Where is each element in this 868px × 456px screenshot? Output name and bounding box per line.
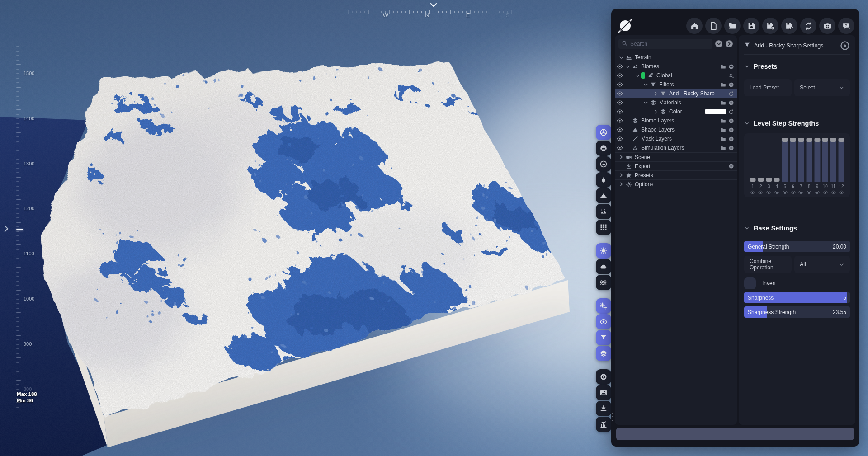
tree-row-options[interactable]: Options bbox=[615, 179, 737, 188]
folder-button[interactable] bbox=[720, 127, 726, 133]
level-step-bar-12[interactable] bbox=[837, 138, 845, 182]
refresh-button[interactable] bbox=[728, 91, 734, 97]
bar-visibility-eye-icon[interactable] bbox=[797, 190, 805, 195]
tree-row-materials[interactable]: Materials bbox=[615, 98, 737, 107]
cloud-tool-button[interactable] bbox=[596, 259, 611, 274]
chevron-down-icon[interactable] bbox=[643, 82, 649, 88]
chevron-right-icon[interactable] bbox=[653, 91, 659, 97]
plus-button[interactable] bbox=[728, 127, 734, 133]
sharpness-strength-slider[interactable]: Sharpness Strength 23.55 bbox=[744, 306, 850, 318]
general-strength-slider[interactable]: General Strength 20.00 bbox=[744, 241, 850, 252]
new-file-button[interactable] bbox=[705, 18, 722, 34]
plus-button[interactable] bbox=[728, 136, 734, 142]
gears-tool-button[interactable] bbox=[596, 298, 611, 314]
funnel-tool-button[interactable] bbox=[596, 330, 611, 345]
tree-row-mask-layers[interactable]: Mask Layers bbox=[615, 134, 737, 143]
color-swatch[interactable] bbox=[641, 72, 645, 79]
bar-visibility-eye-icon[interactable] bbox=[805, 190, 813, 195]
compass-bar[interactable]: WNES bbox=[348, 1, 512, 21]
plus-button[interactable] bbox=[728, 100, 734, 106]
save-edit-button[interactable] bbox=[781, 18, 797, 34]
status-bar[interactable] bbox=[616, 428, 854, 440]
expand-all-button[interactable] bbox=[725, 40, 733, 48]
chevron-right-icon[interactable] bbox=[618, 154, 625, 160]
tree-row-shape-layers[interactable]: Shape Layers bbox=[615, 125, 737, 134]
folder-button[interactable] bbox=[720, 100, 726, 106]
image-tool-button[interactable] bbox=[596, 385, 611, 400]
folder-button[interactable] bbox=[720, 145, 726, 151]
tree-row-biome-layers[interactable]: Biome Layers bbox=[615, 116, 737, 125]
level-step-bar-9[interactable] bbox=[813, 138, 821, 182]
visibility-eye-icon[interactable] bbox=[617, 72, 624, 79]
tree-row-export[interactable]: Export bbox=[615, 161, 737, 170]
visibility-eye-icon[interactable] bbox=[617, 145, 624, 151]
save-as-button[interactable] bbox=[762, 18, 778, 34]
level-step-bar-3[interactable] bbox=[765, 138, 773, 182]
chevron-down-icon[interactable] bbox=[643, 100, 649, 106]
level-step-bar-2[interactable] bbox=[757, 138, 765, 182]
layers-tool-button[interactable] bbox=[596, 346, 611, 361]
visibility-eye-icon[interactable] bbox=[617, 90, 624, 97]
bar-visibility-eye-icon[interactable] bbox=[749, 190, 757, 195]
sharpness-slider[interactable]: Sharpness 5 bbox=[744, 292, 850, 303]
chevron-down-icon[interactable] bbox=[625, 64, 631, 70]
tree-row-terrain[interactable]: Terrain bbox=[615, 53, 737, 62]
chevron-down-icon[interactable] bbox=[618, 55, 625, 61]
record-tool-button[interactable] bbox=[596, 369, 611, 385]
bar-visibility-eye-icon[interactable] bbox=[821, 190, 829, 195]
visibility-eye-icon[interactable] bbox=[617, 136, 624, 142]
level-step-bar-5[interactable] bbox=[781, 138, 789, 182]
open-project-button[interactable] bbox=[724, 18, 741, 34]
section-level-step[interactable]: Level Step Strengths bbox=[744, 119, 850, 128]
rocks-tool-button[interactable] bbox=[596, 204, 611, 219]
elevation-ruler[interactable]: 150014001300120011001000900800 bbox=[16, 42, 66, 417]
chevron-down-icon[interactable] bbox=[635, 73, 641, 79]
level-step-bar-6[interactable] bbox=[789, 138, 797, 182]
grid-tool-button[interactable] bbox=[596, 220, 611, 235]
visibility-eye-icon[interactable] bbox=[617, 99, 624, 106]
screenshot-button[interactable] bbox=[819, 18, 835, 34]
search-input-wrap[interactable] bbox=[618, 39, 712, 49]
bar-visibility-eye-icon[interactable] bbox=[837, 190, 845, 195]
download-tool-button[interactable] bbox=[596, 401, 611, 416]
level-step-bar-11[interactable] bbox=[829, 138, 837, 182]
collapse-all-button[interactable] bbox=[715, 40, 723, 48]
plus-button[interactable] bbox=[728, 64, 734, 70]
bar-visibility-eye-icon[interactable] bbox=[781, 190, 789, 195]
tree-row-filters[interactable]: Filters bbox=[615, 80, 737, 89]
bar-visibility-eye-icon[interactable] bbox=[813, 190, 821, 195]
settings-options-button[interactable] bbox=[840, 41, 850, 51]
ring-mountain-tool-button[interactable] bbox=[596, 156, 611, 172]
folder-button[interactable] bbox=[720, 136, 726, 142]
bar-visibility-eye-icon[interactable] bbox=[789, 190, 797, 195]
plus-button[interactable] bbox=[728, 118, 734, 124]
level-step-bar-8[interactable] bbox=[805, 138, 813, 182]
save-button[interactable] bbox=[743, 18, 760, 34]
chevron-right-icon[interactable] bbox=[653, 109, 659, 115]
panel-resize-handle[interactable] bbox=[612, 413, 613, 421]
eye-tool-button[interactable] bbox=[596, 314, 611, 329]
nav-sphere-tool-button[interactable] bbox=[596, 125, 611, 140]
mountain-circle-tool-button[interactable] bbox=[596, 141, 611, 156]
layers-add-button[interactable] bbox=[728, 73, 734, 79]
home-button[interactable] bbox=[686, 18, 703, 34]
visibility-eye-icon[interactable] bbox=[617, 108, 624, 115]
tree-row-arid-rocky-sharp[interactable]: Arid - Rocky Sharp bbox=[615, 89, 737, 98]
level-step-bar-7[interactable] bbox=[797, 138, 805, 182]
load-preset-select[interactable]: Select... bbox=[794, 79, 850, 96]
mountain-tool-button[interactable] bbox=[596, 188, 611, 203]
refresh-button[interactable] bbox=[728, 109, 734, 115]
waves-tool-button[interactable] bbox=[596, 275, 611, 290]
plus-button[interactable] bbox=[728, 82, 734, 88]
bar-visibility-eye-icon[interactable] bbox=[765, 190, 773, 195]
visibility-eye-icon[interactable] bbox=[617, 127, 624, 133]
visibility-eye-icon[interactable] bbox=[617, 81, 624, 88]
tree-row-presets[interactable]: Presets bbox=[615, 170, 737, 179]
folder-button[interactable] bbox=[720, 64, 726, 70]
sync-button[interactable] bbox=[800, 18, 816, 34]
level-step-bar-10[interactable] bbox=[821, 138, 829, 182]
help-button[interactable]: ? bbox=[838, 18, 854, 34]
plus-button[interactable] bbox=[728, 163, 734, 169]
folder-button[interactable] bbox=[720, 118, 726, 124]
level-step-bar-1[interactable] bbox=[749, 138, 757, 182]
